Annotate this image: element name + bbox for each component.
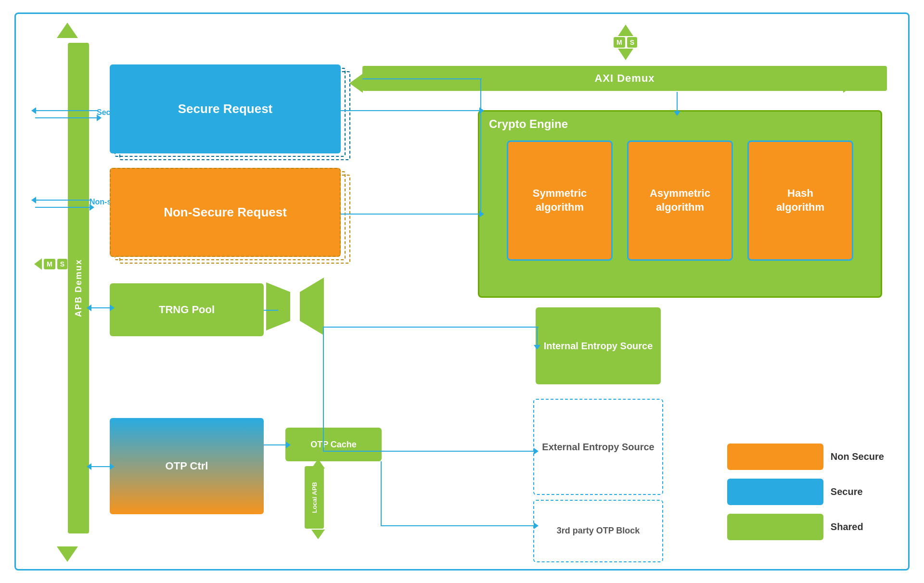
- secure-to-crypto-line: [341, 110, 480, 111]
- mux-to-entropy-h-line: [323, 327, 539, 328]
- asymmetric-algo-label: Asymmetricalgorithm: [650, 187, 710, 214]
- ms-axi-area: M S: [614, 25, 637, 60]
- legend-item-shared: Shared: [727, 514, 884, 540]
- local-apb-box: Local APB: [305, 466, 324, 529]
- legend-area: Non Secure Secure Shared: [727, 444, 884, 540]
- axi-demux-label: AXI Demux: [594, 72, 654, 85]
- axi-arrow-left: [349, 74, 363, 93]
- otp-cache-box: OTP Cache: [285, 428, 382, 461]
- nonsecure-request-box: Non-Secure Request: [110, 168, 341, 257]
- ms-axi-boxes: M S: [614, 37, 637, 48]
- internal-entropy-box: Internal Entropy Source: [536, 307, 661, 384]
- ms-apb-arrow-right: [69, 258, 77, 270]
- otp-ctrl-box: OTP Ctrl: [110, 418, 264, 514]
- otp-block-box: 3rd party OTP Block: [533, 500, 663, 562]
- legend-box-nonsecure: [727, 444, 823, 470]
- cache-to-otp-vert: [381, 461, 382, 526]
- mux-to-entropy-vert: [537, 327, 538, 346]
- otp-block-label: 3rd party OTP Block: [557, 525, 640, 537]
- mux-vert-to-external: [323, 327, 324, 452]
- legend-item-secure: Secure: [727, 479, 884, 505]
- nonsecure-irq-arrow-right: [35, 207, 90, 208]
- entropy-arrow-down: [534, 345, 540, 350]
- nonsecure-irq-arrow-left: [35, 200, 90, 201]
- secure-request-label: Secure Request: [178, 101, 273, 116]
- nonsecure-request-outer: Non-Secure Request: [110, 168, 346, 264]
- external-entropy-arrow: [534, 448, 539, 455]
- apb-arrow-down: [57, 546, 78, 562]
- local-apb-arrow-up: [311, 459, 325, 469]
- internal-entropy-label: Internal Entropy Source: [544, 340, 653, 352]
- external-entropy-box: External Entropy Source: [533, 399, 663, 495]
- nonsecure-request-label: Non-Secure Request: [164, 205, 287, 220]
- apb-demux: APB Demux: [68, 43, 89, 533]
- trng-pool-label: TRNG Pool: [159, 304, 215, 316]
- trng-mux-svg: [266, 278, 324, 335]
- hash-algo-label: Hashalgorithm: [776, 187, 824, 214]
- mux-to-external-h: [323, 451, 535, 452]
- otp-arrow: [90, 466, 111, 467]
- s-label-axi: S: [627, 37, 637, 48]
- legend-box-secure: [727, 479, 823, 505]
- crypto-engine-box: Crypto Engine Symmetricalgorithm Asymmet…: [478, 110, 882, 298]
- req-axi-top-line: [362, 78, 482, 79]
- legend-label-nonsecure: Non Secure: [831, 451, 884, 462]
- axi-to-crypto-arrow: [677, 92, 678, 112]
- asymmetric-algo-box: Asymmetricalgorithm: [627, 140, 733, 261]
- m-label-axi: M: [614, 37, 625, 48]
- cache-to-otp-h: [381, 525, 535, 526]
- ms-apb-area: M S: [34, 258, 77, 270]
- m-label-apb: M: [44, 259, 55, 269]
- axi-arrow-right: [843, 74, 857, 93]
- ns-to-axi-vert: [480, 78, 481, 214]
- local-apb-arrow-down: [311, 530, 325, 539]
- trng-pool-box: TRNG Pool: [110, 283, 264, 336]
- crypto-engine-algorithms: Symmetricalgorithm Asymmetricalgorithm H…: [479, 131, 881, 270]
- symmetric-algo-label: Symmetricalgorithm: [533, 187, 587, 214]
- otp-ctrl-cache-arrow: [264, 444, 287, 445]
- external-entropy-label: External Entropy Source: [542, 441, 654, 453]
- otp-cache-label: OTP Cache: [310, 440, 357, 450]
- local-apb-label: Local APB: [311, 482, 318, 513]
- hash-algo-box: Hashalgorithm: [747, 140, 853, 261]
- symmetric-algo-box: Symmetricalgorithm: [507, 140, 613, 261]
- apb-arrow-up: [57, 23, 78, 38]
- s-label-apb: S: [57, 259, 67, 269]
- secure-request-outer: Secure Request: [110, 64, 346, 161]
- otp-ctrl-label: OTP Ctrl: [166, 460, 208, 472]
- trng-arrow: [90, 307, 111, 308]
- secure-irq-arrow-left: [35, 110, 98, 111]
- ms-axi-arrow-up: [618, 25, 633, 36]
- nonsecure-to-crypto-line: [341, 214, 480, 215]
- legend-box-shared: [727, 514, 823, 540]
- svg-marker-1: [300, 278, 324, 335]
- diagram-wrapper: APB Demux M S Secure IRQ Non-secure IRQ …: [14, 13, 910, 570]
- legend-label-shared: Shared: [831, 521, 863, 532]
- legend-label-secure: Secure: [831, 486, 863, 497]
- ms-apb-arrow-left: [34, 258, 42, 270]
- ms-axi-arrow-down: [618, 49, 633, 60]
- secure-request-box: Secure Request: [110, 64, 341, 153]
- otp-block-arrow: [534, 522, 539, 529]
- secure-irq-arrow-right: [35, 117, 98, 118]
- legend-item-nonsecure: Non Secure: [727, 444, 884, 470]
- trng-to-mux-line: [264, 310, 278, 311]
- svg-marker-0: [266, 282, 290, 330]
